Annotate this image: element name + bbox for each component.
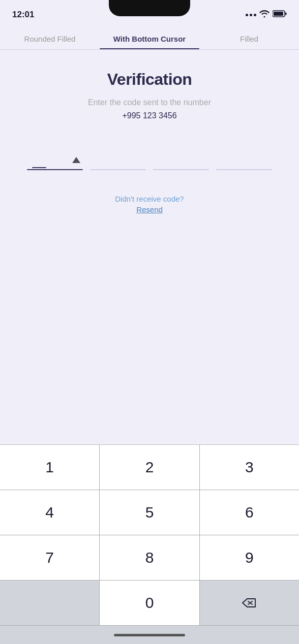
numpad-key-backspace[interactable] (200, 581, 299, 625)
numpad-key-8[interactable]: 8 (100, 535, 199, 580)
numpad-key-5[interactable]: 5 (100, 490, 199, 535)
otp-line-2 (90, 169, 146, 170)
status-time: 12:01 (12, 10, 34, 20)
home-indicator (0, 626, 299, 644)
status-icons (246, 10, 287, 20)
numpad-row-2: 4 5 6 (0, 490, 299, 535)
main-content: Verification Enter the code sent to the … (0, 50, 299, 240)
numpad-key-9[interactable]: 9 (200, 535, 299, 580)
phone-number: +995 123 3456 (122, 111, 176, 120)
signal-icon (246, 14, 256, 16)
svg-rect-2 (285, 13, 287, 15)
page-title: Verification (107, 70, 192, 89)
didnt-receive-text: Didn't receive code? (115, 195, 184, 203)
otp-box-3[interactable] (153, 146, 209, 170)
numpad-key-1[interactable]: 1 (0, 445, 100, 490)
otp-line-1 (27, 169, 83, 170)
numpad: 1 2 3 4 5 6 7 8 9 0 (0, 444, 299, 644)
mouse-cursor-indicator (72, 157, 80, 163)
numpad-key-3[interactable]: 3 (200, 445, 299, 490)
tab-with-bottom-cursor[interactable]: With Bottom Cursor (100, 26, 199, 49)
otp-container[interactable] (12, 146, 287, 170)
numpad-key-7[interactable]: 7 (0, 535, 100, 580)
numpad-row-3: 7 8 9 (0, 535, 299, 581)
svg-rect-1 (274, 12, 283, 16)
numpad-key-6[interactable]: 6 (200, 490, 299, 535)
otp-box-2[interactable] (90, 146, 146, 170)
subtitle-text: Enter the code sent to the number (88, 98, 211, 107)
tab-rounded-filled[interactable]: Rounded Filled (0, 26, 100, 49)
wifi-icon (259, 10, 270, 20)
numpad-key-2[interactable]: 2 (100, 445, 199, 490)
otp-cursor (32, 167, 46, 168)
home-bar (114, 634, 185, 636)
tab-filled[interactable]: Filled (199, 26, 299, 49)
resend-section: Didn't receive code? Resend (115, 195, 184, 214)
battery-icon (273, 10, 287, 20)
numpad-row-4: 0 (0, 581, 299, 626)
numpad-key-empty (0, 581, 100, 625)
numpad-row-1: 1 2 3 (0, 445, 299, 490)
numpad-key-0[interactable]: 0 (100, 581, 199, 625)
tab-bar: Rounded Filled With Bottom Cursor Filled (0, 26, 299, 50)
notch (109, 0, 190, 16)
otp-line-3 (153, 169, 209, 170)
backspace-icon (241, 597, 257, 609)
tab-active-underline (100, 48, 199, 49)
resend-link[interactable]: Resend (136, 205, 163, 214)
otp-line-4 (216, 169, 272, 170)
otp-box-4[interactable] (216, 146, 272, 170)
numpad-key-4[interactable]: 4 (0, 490, 100, 535)
